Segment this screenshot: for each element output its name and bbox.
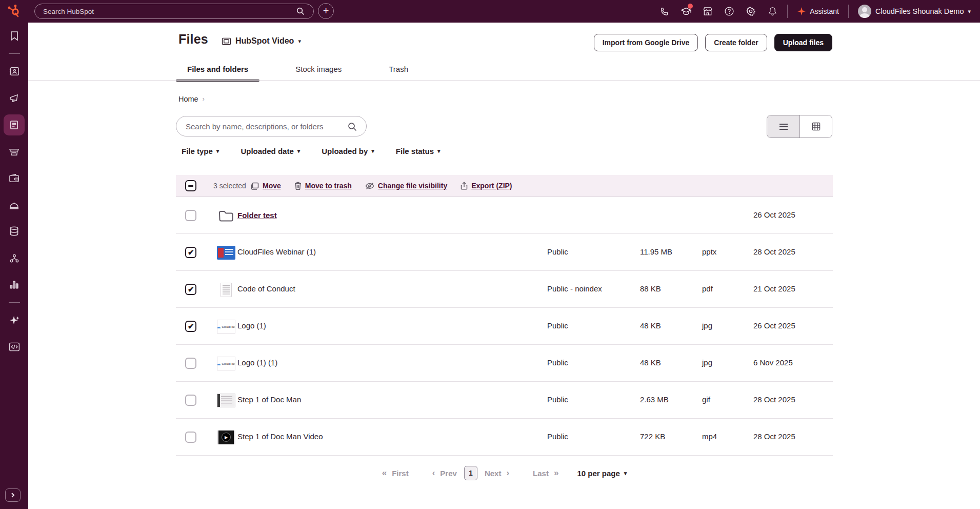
table-row[interactable]: ▶ Step 1 of Doc Man Video Public 722 KB … <box>176 419 833 456</box>
sidebar-item-reporting[interactable] <box>0 271 28 298</box>
global-search-input[interactable] <box>34 4 314 19</box>
select-all-checkbox[interactable] <box>185 180 196 191</box>
next-page-chevron-icon[interactable]: › <box>506 468 509 478</box>
sidebar-item-payments[interactable] <box>0 165 28 191</box>
selection-action[interactable]: Move <box>251 182 281 190</box>
table-row[interactable]: Step 1 of Doc Man Public 2.63 MB gif 28 … <box>176 382 833 419</box>
file-name-link[interactable]: Folder test <box>237 211 277 220</box>
first-page-button[interactable]: First <box>392 469 409 478</box>
create-button[interactable]: + <box>318 3 334 19</box>
chevron-right-icon: › <box>203 95 205 103</box>
video-context-icon <box>222 37 231 45</box>
tab-stock-images[interactable]: Stock images <box>284 62 353 81</box>
per-page-dropdown[interactable]: 10 per page ▾ <box>577 469 627 478</box>
sidebar-item-crm[interactable] <box>0 58 28 85</box>
per-page-label: 10 per page <box>577 469 619 478</box>
filter-uploaded-by[interactable]: Uploaded by▾ <box>322 147 374 155</box>
context-picker[interactable]: HubSpot Video ▾ <box>222 36 301 46</box>
list-view-button[interactable] <box>767 115 799 138</box>
table-row[interactable]: ☁CloudFiles Logo (1) Public 48 KB jpg 26… <box>176 308 833 345</box>
prev-page-button[interactable]: Prev <box>440 469 457 478</box>
upload-files-button[interactable]: Upload files <box>774 34 832 51</box>
file-search-input[interactable] <box>176 116 367 136</box>
academy-icon[interactable] <box>675 0 697 23</box>
file-name-link[interactable]: Step 1 of Doc Man <box>237 395 301 404</box>
help-icon[interactable] <box>718 0 740 23</box>
action-label: Change file visibility <box>378 182 447 190</box>
selection-action[interactable]: Export (ZIP) <box>461 182 512 190</box>
service-bell-icon <box>9 200 19 210</box>
tab-trash[interactable]: Trash <box>377 62 419 81</box>
calling-icon[interactable] <box>654 0 675 23</box>
sidebar-divider <box>9 53 20 54</box>
sidebar-item-commerce[interactable] <box>0 138 28 165</box>
list-view-icon <box>779 123 788 130</box>
file-name-link[interactable]: Step 1 of Doc Man Video <box>237 432 323 441</box>
sidebar-item-automation[interactable] <box>0 245 28 271</box>
current-page-indicator[interactable]: 1 <box>464 466 477 480</box>
tab-files-and-folders[interactable]: Files and folders <box>176 62 259 81</box>
selection-actions: Move Move to trash Change file visibilit… <box>251 182 512 190</box>
account-menu[interactable]: CloudFiles Shounak Demo ▾ <box>853 5 980 18</box>
sidebar-expand-button[interactable] <box>5 488 21 502</box>
selection-action[interactable]: Move to trash <box>294 182 352 190</box>
sidebar-item-breeze-ai[interactable] <box>0 307 28 334</box>
row-checkbox[interactable] <box>185 284 196 295</box>
table-row[interactable]: Code of Conduct Public - noindex 88 KB p… <box>176 271 833 308</box>
file-date: 26 Oct 2025 <box>753 210 795 219</box>
file-thumbnail <box>217 209 235 223</box>
file-type: gif <box>702 395 710 404</box>
navbar-divider <box>787 5 788 18</box>
sidebar-item-developer[interactable] <box>0 334 28 360</box>
cloudfiles-cloud-icon: ☁ <box>217 325 221 328</box>
account-name: CloudFiles Shounak Demo <box>875 7 964 15</box>
bar-chart-icon <box>9 280 19 289</box>
sidebar-item-content[interactable] <box>0 111 28 138</box>
context-label: HubSpot Video <box>235 36 294 46</box>
prev-page-chevron-icon[interactable]: ‹ <box>432 468 435 478</box>
hubspot-logo[interactable] <box>6 4 21 18</box>
view-toggle <box>767 115 832 138</box>
assistant-button[interactable]: Assistant <box>792 7 844 16</box>
filter-file-status[interactable]: File status▾ <box>396 147 441 155</box>
sidebar-item-service[interactable] <box>0 191 28 218</box>
chevron-right-icon <box>10 493 15 498</box>
filter-file-type[interactable]: File type▾ <box>182 147 219 155</box>
file-thumbnail <box>221 283 232 297</box>
file-name-link[interactable]: Code of Conduct <box>237 284 295 293</box>
table-row[interactable]: Folder test 26 Oct 2025 <box>176 197 833 234</box>
bookmark-icon <box>10 31 19 41</box>
create-folder-button[interactable]: Create folder <box>705 34 767 51</box>
row-checkbox[interactable] <box>185 395 196 406</box>
content-icon <box>9 120 19 130</box>
file-name-link[interactable]: CloudFiles Webinar (1) <box>237 247 316 256</box>
breadcrumb-home-link[interactable]: Home <box>178 95 198 103</box>
table-row[interactable]: CloudFiles Webinar (1) Public 11.95 MB p… <box>176 234 833 271</box>
selection-action[interactable]: Change file visibility <box>365 182 447 190</box>
notifications-icon[interactable] <box>762 0 783 23</box>
table-row[interactable]: ☁CloudFiles Logo (1) (1) Public 48 KB jp… <box>176 345 833 382</box>
row-checkbox[interactable] <box>185 210 196 221</box>
row-checkbox[interactable] <box>185 432 196 443</box>
file-size: 722 KB <box>640 432 665 441</box>
file-name-link[interactable]: Logo (1) (1) <box>237 358 277 367</box>
file-type: jpg <box>702 321 712 330</box>
row-checkbox[interactable] <box>185 247 196 258</box>
import-google-drive-button[interactable]: Import from Google Drive <box>594 34 698 51</box>
next-page-button[interactable]: Next <box>485 469 502 478</box>
sidebar-item-data[interactable] <box>0 218 28 245</box>
last-page-button[interactable]: Last <box>533 469 549 478</box>
file-thumbnail: ☁CloudFiles <box>217 320 235 334</box>
file-name-link[interactable]: Logo (1) <box>237 321 266 330</box>
settings-icon[interactable] <box>740 0 762 23</box>
sidebar-item-bookmarks[interactable] <box>0 23 28 49</box>
grid-view-button[interactable] <box>799 115 832 138</box>
filter-uploaded-date[interactable]: Uploaded date▾ <box>241 147 300 155</box>
marketplace-icon[interactable] <box>697 0 718 23</box>
first-page-chevron-icon[interactable]: « <box>382 468 387 478</box>
sidebar-item-marketing[interactable] <box>0 85 28 111</box>
row-checkbox[interactable] <box>185 321 196 332</box>
row-checkbox[interactable] <box>185 358 196 369</box>
contacts-icon <box>9 66 19 76</box>
last-page-chevron-icon[interactable]: » <box>554 468 558 478</box>
